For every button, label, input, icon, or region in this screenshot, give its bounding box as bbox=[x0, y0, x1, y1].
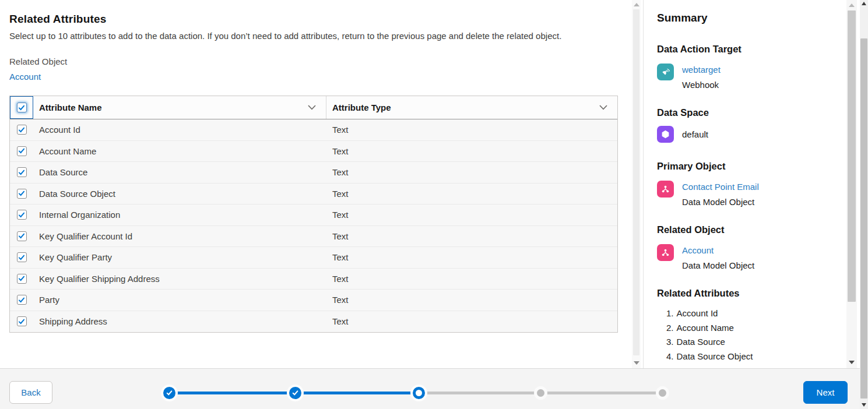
column-header-attribute-name: Attribute Name bbox=[33, 96, 326, 119]
scroll-down-icon[interactable] bbox=[862, 403, 866, 407]
data-space-name: default bbox=[682, 127, 708, 142]
attribute-name-cell: Party bbox=[33, 295, 326, 305]
column-header-label: Attribute Type bbox=[332, 103, 391, 112]
related-object-label: Related Object bbox=[9, 57, 632, 66]
table-row: Key Qualifier Shipping Address Text bbox=[10, 269, 617, 290]
scroll-up-icon[interactable] bbox=[634, 3, 639, 6]
attribute-name-cell: Data Source bbox=[33, 167, 326, 177]
row-checkbox-cell bbox=[10, 167, 33, 177]
back-button[interactable]: Back bbox=[9, 381, 52, 404]
attributes-table: Attribute Name Attribute Type Account Id bbox=[9, 96, 618, 333]
main-content: Related Attributes Select up to 10 attri… bbox=[0, 0, 632, 368]
related-attribute-list-item: 3.Data Source bbox=[666, 335, 846, 350]
attribute-name-cell: Shipping Address bbox=[33, 316, 326, 326]
row-checkbox[interactable] bbox=[17, 146, 27, 156]
related-object-item: Account Data Model Object bbox=[657, 243, 846, 273]
attribute-type-cell: Text bbox=[326, 167, 617, 177]
related-object-summary-link[interactable]: Account bbox=[682, 243, 754, 258]
column-header-label: Attribute Name bbox=[39, 103, 102, 112]
summary-panel: Summary Data Action Target webtarget Web… bbox=[643, 0, 846, 368]
table-row: Data Source Text bbox=[10, 162, 617, 184]
scrollbar-thumb[interactable] bbox=[848, 10, 856, 302]
row-checkbox-cell bbox=[10, 146, 33, 156]
related-attributes-heading: Related Attributes bbox=[657, 288, 846, 299]
progress-step-5-todo bbox=[659, 389, 666, 397]
table-row: Data Source Object Text bbox=[10, 184, 617, 205]
row-checkbox-cell bbox=[10, 295, 33, 305]
data-action-target-type: Webhook bbox=[682, 77, 721, 93]
primary-object-link[interactable]: Contact Point Email bbox=[682, 179, 759, 195]
check-icon bbox=[18, 275, 25, 282]
attribute-type-cell: Text bbox=[326, 252, 617, 262]
select-all-checkbox[interactable] bbox=[17, 103, 27, 112]
row-checkbox-cell bbox=[10, 316, 33, 326]
data-action-target-item: webtarget Webhook bbox=[657, 62, 846, 93]
row-checkbox-cell bbox=[10, 125, 33, 135]
row-checkbox[interactable] bbox=[17, 316, 27, 326]
progress-step-2-done bbox=[289, 387, 301, 399]
webhook-icon bbox=[657, 64, 674, 80]
chevron-down-icon[interactable] bbox=[598, 103, 609, 112]
scrollbar-thumb[interactable] bbox=[860, 38, 867, 399]
attribute-name-cell: Key Qualifier Account Id bbox=[33, 231, 326, 241]
table-row: Account Id Text bbox=[10, 119, 617, 141]
table-row: Key Qualifier Party Text bbox=[10, 247, 617, 269]
row-checkbox[interactable] bbox=[17, 252, 27, 262]
data-space-heading: Data Space bbox=[657, 107, 846, 118]
scrollbar-thumb[interactable] bbox=[633, 9, 639, 355]
check-icon bbox=[18, 126, 25, 133]
progress-step-3-current bbox=[413, 387, 425, 399]
data-space-icon bbox=[657, 126, 674, 143]
check-icon bbox=[18, 169, 25, 176]
attribute-name-cell: Key Qualifier Shipping Address bbox=[33, 274, 326, 284]
row-checkbox[interactable] bbox=[17, 189, 27, 199]
wizard-footer: Back Next bbox=[0, 368, 868, 409]
data-model-icon bbox=[657, 244, 674, 261]
row-checkbox[interactable] bbox=[17, 295, 27, 305]
row-checkbox[interactable] bbox=[17, 125, 27, 135]
progress-step-4-todo bbox=[537, 389, 544, 397]
attribute-type-cell: Text bbox=[326, 274, 617, 284]
table-header-row: Attribute Name Attribute Type bbox=[10, 96, 617, 119]
row-checkbox[interactable] bbox=[17, 210, 27, 220]
page-title: Related Attributes bbox=[9, 13, 632, 26]
scroll-down-icon[interactable] bbox=[634, 361, 639, 365]
related-object-type: Data Model Object bbox=[682, 258, 754, 273]
attribute-name-cell: Internal Organization bbox=[33, 210, 326, 220]
check-icon bbox=[18, 190, 25, 197]
page-scrollbar[interactable] bbox=[860, 0, 868, 409]
table-row: Account Name Text bbox=[10, 141, 617, 163]
table-row: Party Text bbox=[10, 290, 617, 311]
row-checkbox[interactable] bbox=[17, 167, 27, 177]
column-header-attribute-type: Attribute Type bbox=[326, 96, 617, 119]
table-row: Shipping Address Text bbox=[10, 311, 617, 333]
data-action-target-link[interactable]: webtarget bbox=[682, 62, 721, 77]
attribute-name-cell: Data Source Object bbox=[33, 189, 326, 199]
attribute-type-cell: Text bbox=[326, 316, 617, 326]
check-icon bbox=[18, 147, 25, 154]
data-space-item: default bbox=[657, 126, 846, 143]
chevron-down-icon[interactable] bbox=[306, 103, 318, 112]
attribute-type-cell: Text bbox=[326, 146, 617, 156]
row-checkbox[interactable] bbox=[17, 274, 27, 284]
row-checkbox-cell bbox=[10, 252, 33, 262]
row-checkbox-cell bbox=[10, 274, 33, 284]
check-icon bbox=[166, 390, 173, 396]
attribute-type-cell: Text bbox=[326, 189, 617, 199]
attribute-type-cell: Text bbox=[326, 125, 617, 135]
check-icon bbox=[18, 297, 25, 304]
attribute-type-cell: Text bbox=[326, 231, 617, 241]
next-button[interactable]: Next bbox=[803, 381, 848, 404]
related-attribute-list-item: 1.Account Id bbox=[666, 306, 846, 321]
main-scrollbar[interactable] bbox=[632, 0, 641, 368]
sidebar-scrollbar[interactable] bbox=[846, 0, 857, 368]
scroll-down-icon[interactable] bbox=[849, 361, 855, 364]
related-object-link[interactable]: Account bbox=[9, 72, 41, 82]
scroll-up-icon[interactable] bbox=[849, 3, 855, 7]
attribute-name-cell: Key Qualifier Party bbox=[33, 252, 326, 262]
primary-object-type: Data Model Object bbox=[682, 195, 759, 210]
check-icon bbox=[292, 390, 298, 396]
attribute-type-cell: Text bbox=[326, 295, 617, 305]
row-checkbox[interactable] bbox=[17, 231, 27, 241]
scroll-up-icon[interactable] bbox=[862, 2, 866, 5]
